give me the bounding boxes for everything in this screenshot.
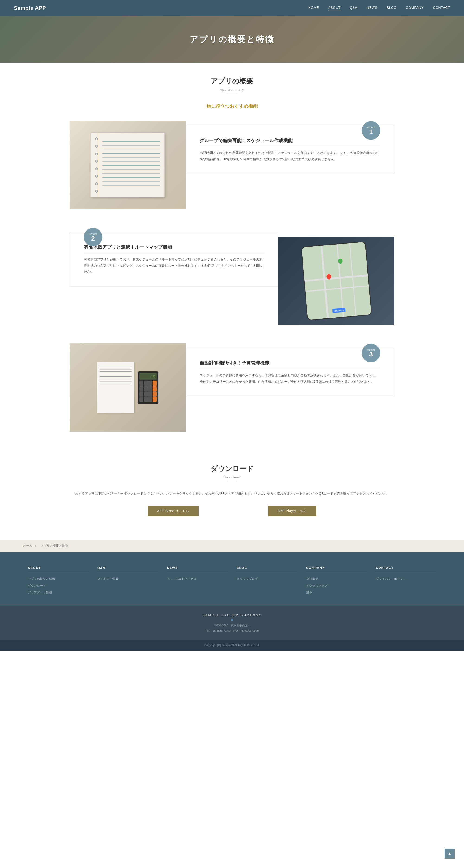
- about-subtitle: App Summary: [69, 88, 395, 91]
- copyright-text: Copyright (C) sample09 All Rights Reserv…: [204, 644, 260, 647]
- footer-link-contact-1[interactable]: プライバシーポリシー: [376, 577, 406, 581]
- copyright-bar: Copyright (C) sample09 All Rights Reserv…: [0, 640, 464, 651]
- footer-heading-qa: Q&A: [97, 566, 158, 572]
- feature-card-3: feature 3 自動計算機能付き！予算管理機能 スケジュールの予算欄に費用を…: [185, 348, 395, 396]
- download-divider: [227, 481, 237, 482]
- footer-heading-blog: BLOG: [237, 566, 297, 572]
- feature-title-3: 自動計算機能付き！予算管理機能: [200, 360, 380, 369]
- nav-company[interactable]: COMPANY: [406, 6, 424, 10]
- appstore-button[interactable]: APP Store はこちら: [148, 506, 199, 517]
- feature-body-1: 出発時間とそれぞれの所要時間を入れるだけで簡単にスケジュールを作成することができ…: [200, 150, 380, 162]
- breadcrumb: ホーム › アプリの概要と特徴: [0, 539, 464, 552]
- footer-col-qa: Q&A よくあるご質問: [93, 566, 163, 597]
- feature-image-2: Directions: [279, 237, 395, 325]
- footer-tel: TEL：00-0000-0000 FAX：00-0000-0000: [23, 629, 441, 633]
- nav-news[interactable]: NEWS: [367, 6, 377, 10]
- title-divider: [227, 94, 237, 94]
- footer-link-about-1[interactable]: アプリの概要と特徴: [28, 577, 55, 581]
- feature-section-title: 旅に役立つおすすめ機能: [69, 103, 395, 110]
- appplay-button[interactable]: APP Playはこちら: [268, 506, 316, 517]
- footer-link-company-3[interactable]: 沿革: [306, 591, 312, 594]
- phone-map-graphic: Directions: [301, 241, 372, 320]
- footer-bottom: SAMPLE SYSTEM COMPANY 〒000-0000 東京都中央区… …: [0, 606, 464, 640]
- download-subtitle: Download: [69, 475, 395, 479]
- hero-title: アプリの概要と特徴: [190, 34, 274, 45]
- footer-address: 〒000-0000 東京都中央区…: [23, 624, 441, 628]
- footer-heading-news: NEWS: [167, 566, 227, 572]
- feature-heading: 旅に役立つおすすめ機能: [69, 103, 395, 110]
- footer-col-company: COMPANY 会社概要 アクセスマップ 沿革: [301, 566, 371, 597]
- footer-col-blog: BLOG スタッフブログ: [232, 566, 301, 597]
- footer-link-blog-1[interactable]: スタッフブログ: [237, 577, 258, 581]
- download-buttons: APP Store はこちら APP Playはこちら: [69, 506, 395, 517]
- breadcrumb-separator: ›: [35, 544, 36, 548]
- download-title: ダウンロード: [69, 464, 395, 473]
- feature-card-1: feature 1 グループで編集可能！スケジュール作成機能 出発時間とそれぞれ…: [185, 126, 395, 174]
- feature-image-3: 123: [69, 343, 185, 432]
- feature-image-1: [69, 121, 185, 209]
- feature-item-2: Directions feature 2 有名地図アプリと連携！ルートマップ機能…: [69, 227, 395, 325]
- download-section: ダウンロード Download 旅するアプリは下記のバナーからダウンロードしてく…: [69, 450, 395, 526]
- footer-link-about-3[interactable]: アップデート情報: [28, 591, 52, 594]
- feature-badge-3: feature 3: [362, 344, 380, 362]
- footer-col-contact: CONTACT プライバシーポリシー: [371, 566, 441, 597]
- feature-title-2: 有名地図アプリと連携！ルートマップ機能: [84, 244, 264, 253]
- footer-heading-about: ABOUT: [28, 566, 88, 572]
- footer-heading-contact: CONTACT: [376, 566, 436, 572]
- breadcrumb-home[interactable]: ホーム: [23, 544, 32, 548]
- about-title: アプリの概要: [69, 76, 395, 86]
- notebook-graphic: [90, 132, 165, 197]
- main-nav: HOME ABOUT Q&A NEWS BLOG COMPANY CONTACT: [308, 6, 450, 10]
- site-logo[interactable]: Sample APP: [14, 5, 46, 11]
- calculator-graphic: 123: [138, 371, 158, 404]
- download-description: 旅するアプリは下記のバナーからダウンロードしてください。バナーをクリックすると、…: [69, 491, 395, 496]
- main-content: アプリの概要 App Summary 旅に役立つおすすめ機能: [47, 63, 417, 539]
- footer-link-company-2[interactable]: アクセスマップ: [306, 584, 327, 587]
- doc-paper-graphic: [97, 362, 134, 413]
- footer-col-news: NEWS ニュース&トピックス: [163, 566, 232, 597]
- footer-link-news-1[interactable]: ニュース&トピックス: [167, 577, 196, 581]
- feature-card-2: feature 2 有名地図アプリと連携！ルートマップ機能 有名地図アプリと連携…: [69, 232, 279, 287]
- nav-contact[interactable]: CONTACT: [433, 6, 450, 10]
- nav-home[interactable]: HOME: [308, 6, 319, 10]
- footer-dot: [231, 619, 233, 621]
- hero-section: アプリの概要と特徴: [0, 16, 464, 63]
- about-section-title: アプリの概要 App Summary: [69, 76, 395, 94]
- feature-body-3: スケジュールの予算欄に費用を入力すると、予算管理に金額と内容が自動で反映されます…: [200, 372, 380, 384]
- footer-company-name: SAMPLE SYSTEM COMPANY: [23, 613, 441, 617]
- footer-link-qa-1[interactable]: よくあるご質問: [97, 577, 119, 581]
- breadcrumb-current: アプリの概要と特徴: [40, 544, 68, 548]
- footer-col-about: ABOUT アプリの概要と特徴 ダウンロード アップデート情報: [23, 566, 93, 597]
- nav-about[interactable]: ABOUT: [328, 6, 341, 10]
- feature-item-3: 123: [69, 343, 395, 432]
- feature-body-2: 有名地図アプリと連携しており、各スケジュールの「ルートマップに追加」にチェックを…: [84, 256, 264, 275]
- footer-heading-company: COMPANY: [306, 566, 367, 572]
- nav-qa[interactable]: Q&A: [350, 6, 357, 10]
- footer-top: ABOUT アプリの概要と特徴 ダウンロード アップデート情報 Q&A よくある…: [0, 552, 464, 606]
- nav-blog[interactable]: BLOG: [387, 6, 397, 10]
- feature-badge-1: feature 1: [362, 121, 380, 140]
- feature-title-1: グループで編集可能！スケジュール作成機能: [200, 137, 380, 146]
- feature-badge-2: feature 2: [84, 228, 102, 246]
- footer-link-about-2[interactable]: ダウンロード: [28, 584, 46, 587]
- footer-link-company-1[interactable]: 会社概要: [306, 577, 318, 581]
- feature-item-1: feature 1 グループで編集可能！スケジュール作成機能 出発時間とそれぞれ…: [69, 121, 395, 209]
